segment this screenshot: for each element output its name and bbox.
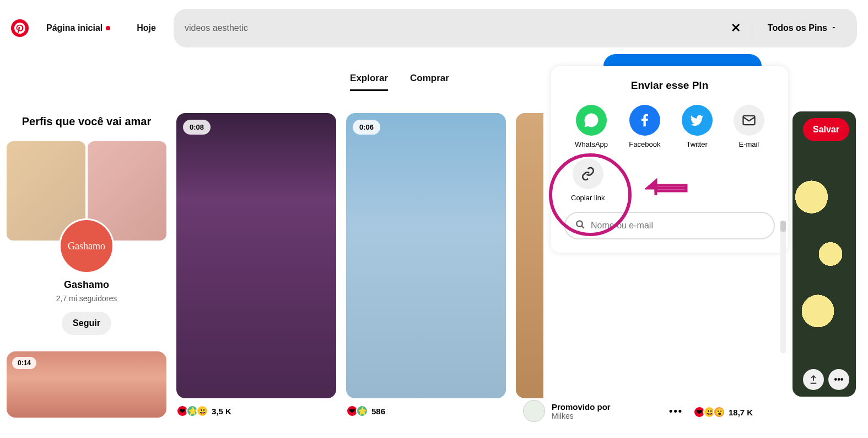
- pin-card[interactable]: 0:06 ❤ ⭐ 586: [346, 113, 506, 418]
- share-row-2: Copiar link: [564, 158, 775, 202]
- pin-actions: •••: [803, 369, 849, 390]
- promoted-pin-meta: Promovido por Milkes •••: [523, 400, 683, 422]
- share-twitter[interactable]: Twitter: [682, 105, 713, 148]
- sidebar: Perfis que você vai amar Gashamo Gashamo…: [7, 113, 166, 418]
- smile-icon: 😃: [196, 405, 208, 417]
- share-copylink[interactable]: Copiar link: [571, 158, 605, 202]
- nav-home[interactable]: Página inicial: [37, 17, 119, 40]
- nav-home-label: Página inicial: [46, 23, 103, 33]
- star-icon: ⭐: [356, 405, 368, 417]
- share-search-bar[interactable]: [564, 212, 775, 239]
- tabs: Explorar Comprar: [254, 73, 546, 91]
- reaction-icons: ❤ ⭐: [346, 405, 366, 417]
- share-facebook[interactable]: Facebook: [629, 105, 660, 148]
- reaction-count: 18,7 K: [729, 408, 753, 417]
- search-input[interactable]: [185, 23, 720, 33]
- share-row: WhatsApp Facebook Twitter E-mail: [564, 105, 775, 148]
- pin-duration: 0:06: [353, 120, 380, 135]
- notification-dot-icon: [106, 26, 110, 30]
- pin-stats: ❤ ⭐ 586: [346, 405, 506, 417]
- reaction-icons: ❤ 😃 😮: [693, 406, 723, 418]
- link-icon: [573, 158, 603, 189]
- share-search-input[interactable]: [591, 221, 764, 231]
- share-icon[interactable]: [803, 369, 824, 390]
- more-options-icon[interactable]: •••: [669, 405, 683, 417]
- reaction-icons: ❤ ⭐ 😃: [176, 405, 206, 417]
- pin-card-partial[interactable]: [516, 113, 543, 398]
- right-pin-stats: ❤ 😃 😮 18,7 K: [693, 406, 753, 418]
- share-email-label: E-mail: [734, 140, 764, 148]
- pin-card[interactable]: 0:08 ❤ ⭐ 😃 3,5 K: [176, 113, 336, 418]
- wow-icon: 😮: [713, 406, 725, 418]
- share-popup: Enviar esse Pin WhatsApp Facebook Twitte…: [551, 66, 788, 253]
- profile-followers: 2,7 mi seguidores: [7, 294, 166, 303]
- search-icon: [575, 220, 585, 232]
- promoter-name: Milkes: [552, 412, 662, 420]
- divider-icon: [752, 20, 752, 36]
- profile-card[interactable]: Gashamo Gashamo 2,7 mi seguidores Seguir: [7, 141, 166, 335]
- mini-pin-duration: 0:14: [12, 357, 36, 369]
- mini-pin[interactable]: 0:14: [7, 351, 166, 418]
- pin-image[interactable]: 0:06: [346, 113, 506, 398]
- blue-banner: [603, 54, 762, 66]
- sidebar-title: Perfis que você vai amar: [7, 115, 166, 128]
- facebook-icon: [629, 105, 660, 136]
- share-popup-title: Enviar esse Pin: [564, 79, 775, 92]
- svg-line-2: [581, 226, 584, 228]
- pins-filter-label: Todos os Pins: [768, 23, 827, 33]
- svg-point-1: [576, 221, 583, 227]
- share-twitter-label: Twitter: [682, 140, 713, 148]
- clear-search-icon[interactable]: ✕: [726, 21, 745, 35]
- share-email[interactable]: E-mail: [734, 105, 764, 148]
- pin-image[interactable]: 0:08: [176, 113, 336, 398]
- profile-avatar: Gashamo: [59, 218, 114, 274]
- share-facebook-label: Facebook: [629, 140, 660, 148]
- chevron-down-icon: [831, 23, 837, 33]
- email-icon: [734, 105, 764, 136]
- nav-today[interactable]: Hoje: [128, 17, 165, 40]
- pinterest-logo[interactable]: [11, 19, 29, 37]
- share-whatsapp-label: WhatsApp: [575, 140, 608, 148]
- tab-buy[interactable]: Comprar: [410, 73, 449, 91]
- twitter-icon: [682, 105, 713, 136]
- search-bar[interactable]: ✕ Todos os Pins: [174, 9, 857, 47]
- promoted-by-label: Promovido por: [552, 402, 662, 412]
- pins-filter-button[interactable]: Todos os Pins: [759, 17, 846, 40]
- pin-grid: 0:08 ❤ ⭐ 😃 3,5 K 0:06 ❤ ⭐ 586: [176, 113, 543, 418]
- pin-card-right[interactable]: Salvar •••: [792, 111, 856, 397]
- reaction-count: 586: [371, 407, 385, 416]
- popup-scrollbar[interactable]: [780, 221, 786, 353]
- more-options-icon[interactable]: •••: [828, 369, 849, 390]
- promoter-text: Promovido por Milkes: [552, 402, 662, 420]
- header: Página inicial Hoje ✕ Todos os Pins: [0, 0, 868, 56]
- follow-button[interactable]: Seguir: [62, 312, 111, 335]
- tab-explore[interactable]: Explorar: [350, 73, 388, 91]
- reaction-count: 3,5 K: [212, 407, 231, 416]
- save-button[interactable]: Salvar: [803, 118, 849, 141]
- pin-stats: ❤ ⭐ 😃 3,5 K: [176, 405, 336, 417]
- share-whatsapp[interactable]: WhatsApp: [575, 105, 608, 148]
- pin-duration: 0:08: [183, 120, 211, 135]
- promoter-avatar[interactable]: [523, 400, 545, 422]
- profile-images: Gashamo: [7, 141, 166, 241]
- share-copylink-label: Copiar link: [571, 194, 605, 202]
- profile-name: Gashamo: [7, 279, 166, 291]
- whatsapp-icon: [576, 105, 607, 136]
